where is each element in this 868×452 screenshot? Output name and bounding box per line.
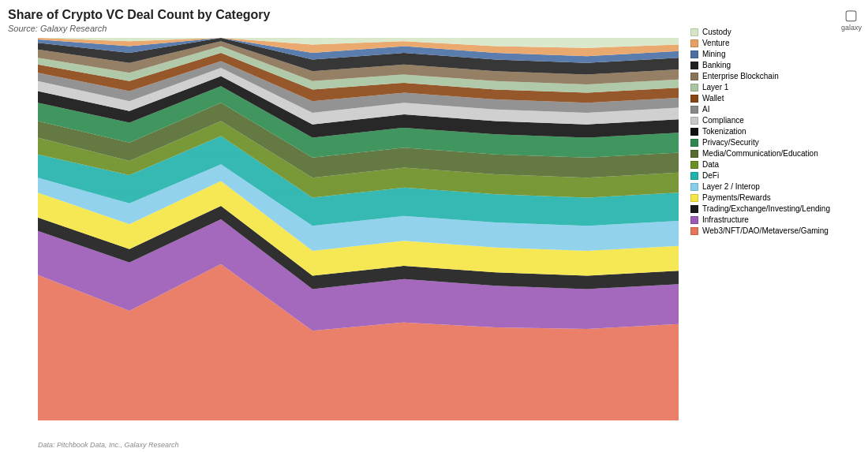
legend-item-banking: Banking — [690, 61, 856, 69]
venture-label: Venture — [702, 39, 729, 47]
privacy-color — [690, 139, 698, 147]
legend-item-web3: Web3/NFT/DAO/Metaverse/Gaming — [690, 226, 856, 235]
trading-label: Trading/Exchange/Investing/Lending — [702, 204, 830, 213]
legend-item-custody: Custody — [690, 28, 856, 36]
infrastructure-label: Infrastructure — [702, 215, 749, 224]
legend-item-mining: Mining — [690, 50, 856, 58]
galaxy-logo-text: galaxy — [841, 24, 862, 32]
legend-item-layer1: Layer 1 — [690, 83, 856, 92]
legend-item-payments: Payments/Rewards — [690, 193, 856, 202]
chart-container: Share of Crypto VC Deal Count by Categor… — [0, 0, 868, 452]
chart-main: 100% 90% 80% 70% 60% 50% 40% 30% 20% 10%… — [8, 38, 679, 449]
enterprise-color — [690, 73, 698, 80]
wallet-color — [690, 95, 698, 103]
legend-item-ai: AI — [690, 105, 856, 114]
layer1-label: Layer 1 — [702, 83, 728, 92]
legend-item-media: Media/Communication/Education — [690, 149, 856, 158]
stacked-area-chart: 100% 90% 80% 70% 60% 50% 40% 30% 20% 10%… — [38, 38, 679, 420]
chart-footnote: Data: Pitchbook Data, Inc., Galaxy Resea… — [38, 441, 679, 449]
mining-color — [690, 50, 698, 58]
data-label: Data — [702, 160, 719, 169]
media-label: Media/Communication/Education — [702, 149, 818, 158]
legend-item-trading: Trading/Exchange/Investing/Lending — [690, 204, 856, 213]
legend-item-data: Data — [690, 160, 856, 169]
banking-label: Banking — [702, 61, 731, 69]
legend-item-enterprise: Enterprise Blockchain — [690, 72, 856, 80]
custody-label: Custody — [702, 28, 731, 36]
compliance-color — [690, 117, 698, 125]
mining-label: Mining — [702, 50, 725, 58]
enterprise-label: Enterprise Blockchain — [702, 72, 779, 80]
layer2-color — [690, 183, 698, 191]
web3-label: Web3/NFT/DAO/Metaverse/Gaming — [702, 226, 829, 235]
tokenization-label: Tokenization — [702, 127, 746, 136]
legend: Custody Venture Mining Banking Enterpris… — [679, 8, 860, 444]
defi-label: DeFi — [702, 171, 719, 180]
legend-item-compliance: Compliance — [690, 116, 856, 125]
chart-area: Share of Crypto VC Deal Count by Categor… — [8, 8, 679, 444]
y-axis — [8, 38, 38, 449]
plot-area: 100% 90% 80% 70% 60% 50% 40% 30% 20% 10%… — [38, 38, 679, 449]
payments-color — [690, 194, 698, 202]
ai-color — [690, 106, 698, 114]
defi-color — [690, 172, 698, 180]
custody-color — [690, 28, 698, 36]
web3-color — [690, 227, 698, 235]
wallet-label: Wallet — [702, 94, 724, 103]
infrastructure-color — [690, 216, 698, 224]
x-axis-labels — [38, 422, 679, 438]
payments-label: Payments/Rewards — [702, 193, 771, 202]
logo-area: ▢ galaxy — [841, 6, 862, 32]
legend-item-venture: Venture — [690, 39, 856, 47]
chart-source: Source: Galaxy Research — [8, 24, 679, 33]
legend-item-wallet: Wallet — [690, 94, 856, 103]
trading-color — [690, 205, 698, 213]
legend-item-infrastructure: Infrastructure — [690, 215, 856, 224]
layer1-color — [690, 84, 698, 92]
layer2-label: Layer 2 / Interop — [702, 182, 760, 191]
legend-item-layer2: Layer 2 / Interop — [690, 182, 856, 191]
data-color — [690, 161, 698, 169]
legend-item-tokenization: Tokenization — [690, 127, 856, 136]
media-color — [690, 150, 698, 158]
ai-label: AI — [702, 105, 709, 114]
chart-title: Share of Crypto VC Deal Count by Categor… — [8, 8, 679, 22]
galaxy-logo-icon: ▢ — [841, 6, 862, 24]
privacy-label: Privacy/Security — [702, 138, 759, 147]
legend-item-defi: DeFi — [690, 171, 856, 180]
tokenization-color — [690, 128, 698, 136]
banking-color — [690, 62, 698, 69]
compliance-label: Compliance — [702, 116, 744, 125]
legend-item-privacy: Privacy/Security — [690, 138, 856, 147]
venture-color — [690, 39, 698, 47]
